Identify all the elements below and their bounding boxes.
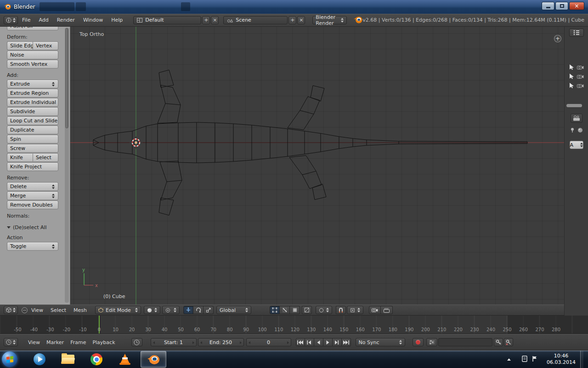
info-editor-type-button[interactable] — [4, 16, 18, 24]
jump-to-end-button[interactable] — [342, 338, 351, 346]
keying-set-settings-button[interactable] — [426, 338, 437, 346]
tray-document-icon[interactable] — [522, 356, 527, 363]
right-panel-a-dropdown[interactable]: A — [570, 141, 583, 149]
tool-shelf-scrollbar[interactable] — [65, 28, 69, 303]
menu-view[interactable]: View — [28, 339, 40, 345]
toolshelf-button-spin[interactable]: Spin — [7, 135, 58, 144]
snap-toggle-button[interactable] — [336, 306, 346, 314]
show-hidden-icons-button[interactable] — [507, 358, 511, 361]
translate-manipulator-button[interactable] — [183, 306, 193, 314]
menu-marker[interactable]: Marker — [46, 339, 64, 345]
menu-window[interactable]: Window — [83, 17, 103, 23]
minimize-button[interactable] — [542, 2, 554, 10]
menu-add[interactable]: Add — [39, 17, 48, 23]
expand-properties-region-button[interactable]: + — [554, 35, 561, 42]
3d-cursor[interactable] — [130, 136, 142, 149]
viewport-shading-dropdown[interactable] — [144, 306, 160, 314]
rotate-manipulator-button[interactable] — [193, 306, 204, 314]
start-frame-field[interactable]: Start: 1 — [151, 338, 197, 346]
mode-selector-dropdown[interactable]: Edit Mode — [95, 306, 141, 314]
toolshelf-button-vertex[interactable]: Vertex — [33, 41, 58, 50]
toolshelf-button-knife-project[interactable]: Knife Project — [7, 162, 58, 171]
toolshelf-dropdown-delete[interactable]: Delete — [7, 182, 58, 191]
lizard-wireframe-mesh[interactable] — [93, 70, 527, 215]
face-select-mode-button[interactable] — [290, 306, 300, 314]
toolshelf-button-subdivide[interactable]: Subdivide — [7, 107, 58, 116]
scene-dropdown[interactable]: Scene — [223, 16, 288, 24]
outliner-editor-type-button[interactable] — [569, 29, 584, 37]
active-keying-set-field[interactable] — [438, 338, 492, 346]
prev-keyframe-button[interactable] — [305, 338, 314, 346]
tool-shelf-scrollbar-thumb[interactable] — [65, 28, 68, 128]
toolshelf-button-smooth-vertex[interactable]: Smooth Vertex — [7, 60, 58, 69]
outliner-horizontal-scrollbar[interactable] — [566, 104, 582, 107]
scale-manipulator-button[interactable] — [204, 306, 214, 314]
maximize-button[interactable] — [555, 2, 568, 10]
current-frame-field[interactable]: 0 — [246, 338, 291, 346]
add-screen-layout-button[interactable]: + — [202, 16, 210, 24]
play-reverse-button[interactable] — [314, 338, 323, 346]
restrict-select-icon[interactable] — [569, 64, 574, 71]
taskbar-blender-button[interactable] — [141, 351, 166, 368]
toolshelf-button-select[interactable]: Select — [33, 153, 58, 162]
toolshelf-button-extrude-individual[interactable]: Extrude Individual — [7, 98, 58, 107]
menu-file[interactable]: File — [22, 17, 30, 23]
toolshelf-dropdown-extrude[interactable]: Extrude — [7, 80, 58, 88]
menu-playback[interactable]: Playback — [92, 339, 115, 345]
toolshelf-dropdown-merge[interactable]: Merge — [7, 191, 58, 200]
menu-help[interactable]: Help — [111, 17, 123, 23]
taskbar-media-player-button[interactable] — [27, 351, 52, 368]
snap-element-dropdown[interactable] — [347, 306, 363, 314]
restrict-render-icon[interactable] — [577, 65, 584, 71]
audio-sync-dropdown[interactable]: No Sync — [356, 338, 405, 346]
render-engine-dropdown[interactable]: Blender Render — [312, 16, 347, 24]
toolshelf-button-slide-edg[interactable]: Slide Edg — [7, 41, 33, 50]
toolshelf-panel-header-de-select-all[interactable]: (De)select All — [7, 224, 70, 231]
add-scene-button[interactable]: + — [288, 16, 296, 24]
taskbar-vlc-button[interactable] — [112, 351, 138, 368]
toolshelf-button-knife[interactable]: Knife — [7, 153, 33, 162]
auto-keyframe-button[interactable] — [413, 338, 424, 346]
toolshelf-button-extrude-region[interactable]: Extrude Region — [7, 89, 58, 98]
next-keyframe-button[interactable] — [333, 338, 342, 346]
restrict-render-icon[interactable] — [577, 83, 584, 89]
insert-keyframe-button[interactable] — [494, 338, 503, 346]
3d-viewport[interactable]: y x Top Ortho (0) Cube + — [70, 27, 564, 305]
end-frame-field[interactable]: End: 250 — [198, 338, 244, 346]
transform-orientation-dropdown[interactable]: Global — [216, 306, 251, 314]
delete-keyframe-button[interactable] — [504, 338, 513, 346]
restrict-render-icon[interactable] — [577, 74, 584, 80]
jump-to-start-button[interactable] — [296, 338, 305, 346]
pivot-point-dropdown[interactable] — [162, 306, 180, 314]
viewport-editor-type-button[interactable] — [4, 306, 18, 314]
properties-render-tab[interactable] — [571, 114, 582, 123]
taskbar-clock[interactable]: 10:46 06.03.2014 — [547, 353, 576, 366]
close-button[interactable]: × — [569, 2, 584, 10]
play-button[interactable] — [323, 338, 333, 346]
edge-select-mode-button[interactable] — [280, 306, 290, 314]
vertex-select-mode-button[interactable] — [270, 306, 280, 314]
window-titlebar[interactable]: Blender × — [0, 0, 588, 14]
taskbar-explorer-button[interactable] — [55, 351, 81, 368]
toolshelf-button-loop-cut-and-slide[interactable]: Loop Cut and Slide — [7, 116, 58, 125]
restrict-select-icon[interactable] — [569, 73, 574, 80]
collapse-menus-icon[interactable] — [22, 307, 28, 313]
remove-scene-button[interactable]: × — [297, 16, 305, 24]
limit-selection-to-visible-button[interactable] — [302, 306, 312, 314]
start-button[interactable] — [2, 351, 17, 367]
toolshelf-button-duplicate[interactable]: Duplicate — [7, 126, 58, 134]
menu-select[interactable]: Select — [51, 307, 66, 313]
menu-view[interactable]: View — [31, 307, 43, 313]
material-sphere-icon[interactable] — [577, 127, 583, 134]
screen-layout-dropdown[interactable]: Default — [133, 16, 201, 24]
opengl-render-animation-button[interactable] — [381, 306, 393, 314]
use-preview-range-button[interactable] — [131, 338, 142, 346]
timeline-editor-type-button[interactable] — [4, 338, 18, 346]
action-center-flag-icon[interactable] — [532, 356, 537, 363]
toolshelf-button-screw[interactable]: Screw — [7, 144, 58, 153]
menu-mesh[interactable]: Mesh — [74, 307, 87, 313]
remove-screen-layout-button[interactable]: × — [211, 16, 219, 24]
pin-icon[interactable] — [570, 127, 575, 134]
toolshelf-button-noise[interactable]: Noise — [7, 51, 58, 59]
menu-render[interactable]: Render — [57, 17, 75, 23]
